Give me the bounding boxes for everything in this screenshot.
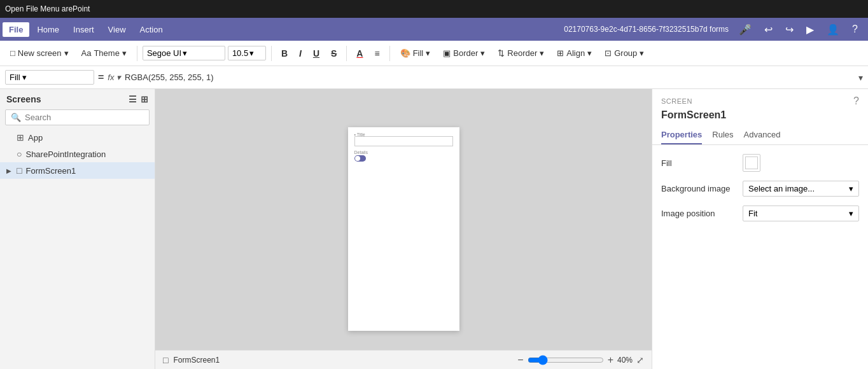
menu-bar: File Home Insert View Action 02170763-9e… [0,18,868,41]
background-image-dropdown[interactable]: Select an image... ▾ [743,181,859,197]
right-panel: SCREEN ? FormScreen1 Properties Rules Ad… [652,89,868,369]
background-image-value: Select an image... ▾ [743,181,859,197]
toolbar-separator-3 [346,46,347,61]
background-image-chevron-icon: ▾ [849,184,853,193]
play-icon[interactable]: ▶ [804,22,816,37]
canvas-details-label: Details [354,150,368,155]
menu-action[interactable]: Action [134,22,169,37]
theme-icon: Aa [81,48,92,58]
property-chevron-icon: ▾ [22,73,27,82]
strikethrough-button[interactable]: S [326,46,341,60]
group-button[interactable]: ⊡ Group ▾ [599,46,649,60]
italic-button[interactable]: I [295,46,306,60]
menu-insert[interactable]: Insert [67,22,101,37]
zoom-slider[interactable] [528,355,604,365]
formula-input[interactable] [125,73,855,82]
screens-panel: Screens ☰ ⊞ 🔍 ⊞ App ○ SharePointIntegrat… [0,89,155,369]
app-id: 02170763-9e2c-4d71-8656-7f3232515b7d for… [564,25,729,34]
redo-icon[interactable]: ↪ [783,22,796,37]
right-panel-header: SCREEN ? [652,89,868,109]
menu-bar-right: 02170763-9e2c-4d71-8656-7f3232515b7d for… [564,22,865,37]
tab-advanced[interactable]: Advanced [744,126,781,144]
border-button[interactable]: ▣ Border ▾ [438,46,490,60]
bold-button[interactable]: B [277,46,292,60]
tree-item-sharepointintegration[interactable]: ○ SharePointIntegration [0,146,155,162]
fill-label: Fill [661,158,738,168]
new-screen-button[interactable]: □ New screen ▾ [5,46,74,60]
menu-view[interactable]: View [102,22,132,37]
panel-header-icons: ☰ ⊞ [129,94,148,104]
menu-file[interactable]: File [3,22,29,37]
image-position-dropdown[interactable]: Fit ▾ [743,205,859,221]
underline-button[interactable]: U [309,46,324,60]
expand-icon[interactable]: ⤢ [636,355,644,365]
toolbar-separator-2 [271,46,272,61]
fill-color-inner [745,157,758,169]
fill-property-row: Fill [661,154,859,172]
zoom-controls: − + 40% ⤢ [517,354,644,366]
toolbar-separator-4 [389,46,390,61]
fill-value [743,154,859,172]
undo-icon[interactable]: ↩ [762,22,775,37]
right-panel-help-icon[interactable]: ? [853,95,859,107]
zoom-plus-icon[interactable]: + [608,354,613,366]
tree-item-app[interactable]: ⊞ App [0,129,155,146]
reorder-button[interactable]: ⇅ Reorder ▾ [493,46,549,60]
status-bar: □ FormScreen1 − + 40% ⤢ [155,350,652,369]
grid-view-icon[interactable]: ⊞ [141,94,148,104]
font-color-button[interactable]: A [352,46,367,60]
right-panel-tabs: Properties Rules Advanced [652,126,868,145]
font-size-chevron-icon: ▾ [249,48,254,58]
mic-icon[interactable]: 🎤 [736,22,754,37]
right-panel-title: FormScreen1 [652,109,868,126]
formula-expand-icon[interactable]: ▾ [858,73,863,83]
font-family-chevron-icon: ▾ [183,48,187,58]
formscreen1-icon: □ [17,165,22,176]
tab-rules[interactable]: Rules [712,126,733,144]
reorder-icon: ⇅ [498,48,505,58]
tree-item-formscreen1[interactable]: ▶ □ FormScreen1 [0,162,155,179]
formula-bar: Fill ▾ = fx ▾ ▾ [0,66,868,89]
image-position-label: Image position [661,209,738,218]
search-box[interactable]: 🔍 [5,109,150,125]
help-icon[interactable]: ? [850,22,860,36]
list-view-icon[interactable]: ☰ [129,94,137,104]
text-align-button[interactable]: ≡ [370,46,384,60]
canvas-frame: • Title Details [348,127,459,331]
theme-chevron-icon: ▾ [122,48,127,58]
group-icon: ⊡ [605,48,612,58]
canvas-area: • Title Details □ FormScreen1 − + 40% ⤢ [155,89,652,369]
app-icon: ⊞ [17,132,24,143]
fill-button[interactable]: 🎨 Fill ▾ [395,46,436,60]
sharepoint-icon: ○ [17,149,22,159]
property-dropdown[interactable]: Fill ▾ [5,70,94,85]
image-position-value: Fit ▾ [743,205,859,221]
background-image-label: Background image [661,184,738,193]
fx-label[interactable]: fx ▾ [108,73,121,82]
fill-icon: 🎨 [400,48,410,58]
user-icon[interactable]: 👤 [824,22,842,37]
align-button[interactable]: ⊞ Align ▾ [552,46,597,60]
title-bar-text: Open File Menu arePoint [5,4,90,13]
toolbar-separator-1 [137,46,137,61]
screens-title: Screens [6,94,41,104]
canvas-toggle [354,155,366,162]
canvas-title-input [354,136,453,146]
reorder-chevron-icon: ▾ [540,48,544,58]
status-screen-name: FormScreen1 [173,356,220,365]
font-size-dropdown[interactable]: 10.5 ▾ [228,46,266,60]
toolbar: □ New screen ▾ Aa Theme ▾ Segoe UI ▾ 10.… [0,41,868,66]
fill-color-swatch[interactable] [743,154,760,172]
align-icon: ⊞ [557,48,564,58]
font-family-dropdown[interactable]: Segoe UI ▾ [143,46,225,60]
screen-thumbnail-icon: □ [163,355,168,365]
fill-chevron-icon: ▾ [426,48,430,58]
search-input[interactable] [25,113,144,122]
zoom-minus-icon[interactable]: − [517,354,523,366]
menu-home[interactable]: Home [31,22,66,37]
formscreen1-chevron-icon: ▶ [6,167,13,174]
right-panel-section-label: SCREEN [661,97,692,105]
theme-button[interactable]: Aa Theme ▾ [76,46,132,60]
tab-properties[interactable]: Properties [661,126,702,144]
new-screen-chevron-icon: ▾ [64,48,69,58]
